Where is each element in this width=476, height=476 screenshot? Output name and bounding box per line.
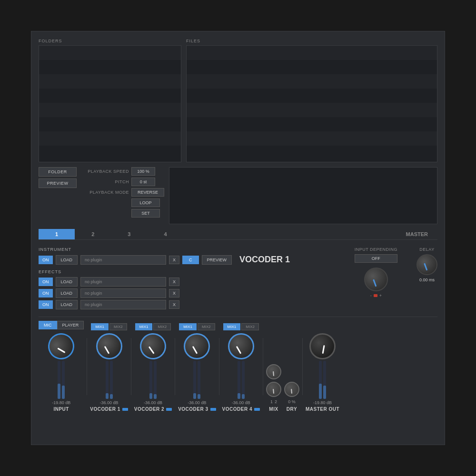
file-row[interactable] <box>187 46 437 60</box>
input-depending-section: INPUT DEPENDING OFF - + <box>355 247 397 298</box>
vocoder4-mix2-tab[interactable]: MIX2 <box>241 323 259 330</box>
fader-level <box>198 394 200 399</box>
vocoder2-mix1-tab[interactable]: MIX1 <box>135 323 153 330</box>
vocoder3-mix2-tab[interactable]: MIX2 <box>198 323 215 330</box>
instrument-load-button[interactable]: LOAD <box>56 255 78 265</box>
fader-bar <box>238 361 240 399</box>
file-row[interactable] <box>187 146 437 160</box>
fader-level <box>193 393 196 399</box>
folders-list[interactable] <box>39 45 181 162</box>
file-row[interactable] <box>187 89 437 103</box>
channel-divider <box>219 338 219 395</box>
folder-row[interactable] <box>39 60 181 74</box>
indicator-plus: + <box>379 293 382 298</box>
vocoder2-db: -36.00 dB <box>144 400 162 405</box>
file-row[interactable] <box>187 131 437 146</box>
effect2-on-button[interactable]: ON <box>39 289 53 298</box>
vocoder2-mix-tabs: MIX1 MIX2 <box>135 323 171 330</box>
effect1-load-button[interactable]: LOAD <box>56 277 78 287</box>
preview-button[interactable]: PREVIEW <box>39 178 77 188</box>
effect2-load-button[interactable]: LOAD <box>56 288 78 298</box>
mix-val-1: 1 <box>270 399 273 404</box>
vocoder2-mix2-tab[interactable]: MIX2 <box>153 323 171 330</box>
pitch-label: PITCH <box>84 179 129 184</box>
vocoder2-indicator <box>166 408 172 411</box>
folder-preview-buttons: FOLDER PREVIEW <box>39 167 77 188</box>
effect3-load-button[interactable]: LOAD <box>56 300 78 309</box>
vocoder1-knob[interactable] <box>96 333 122 359</box>
mix1-knob[interactable] <box>266 364 281 379</box>
instrument-on-button[interactable]: ON <box>39 256 53 264</box>
tab-4[interactable]: 4 <box>147 229 183 239</box>
vocoder3-knob[interactable] <box>184 333 210 359</box>
mic-button[interactable]: MIC <box>39 321 57 329</box>
folder-row[interactable] <box>39 74 181 89</box>
input-knob[interactable] <box>43 328 79 364</box>
loop-button[interactable]: LOOP <box>131 198 160 207</box>
file-row[interactable] <box>187 60 437 74</box>
vocoder3-channel: MIX1 MIX2 -36.00 dB VOCODER 3 <box>178 323 216 412</box>
mixer-section: MIC PLAYER -19.80 dB INPUT MIX1 MIX2 <box>39 317 437 412</box>
player-button[interactable]: PLAYER <box>57 321 84 329</box>
effect2-x-button[interactable]: X <box>169 289 179 298</box>
vocoder3-faders <box>193 361 200 399</box>
folder-button[interactable]: FOLDER <box>39 167 77 177</box>
tab-2[interactable]: 2 <box>75 229 111 239</box>
fader-bar <box>242 361 245 399</box>
vocoder1-indicator <box>122 408 128 411</box>
dry-knob[interactable] <box>284 382 299 397</box>
input-depending-off-button[interactable]: OFF <box>355 254 397 263</box>
input-db: -19.80 dB <box>52 400 70 405</box>
effect1-x-button[interactable]: X <box>169 278 179 286</box>
effect3-plugin-field: no plugin <box>80 300 166 309</box>
vocoder2-channel: MIX1 MIX2 -36.00 dB VOCODER 2 <box>134 323 172 412</box>
instrument-section: INSTRUMENT ON LOAD no plugin X C PREVIEW… <box>39 245 350 267</box>
effect3-x-button[interactable]: X <box>169 300 179 309</box>
instrument-x-button[interactable]: X <box>169 256 179 264</box>
vocoder4-mix1-tab[interactable]: MIX1 <box>223 323 241 330</box>
file-row[interactable] <box>187 74 437 89</box>
file-row[interactable] <box>187 103 437 117</box>
reverse-button[interactable]: REVERSE <box>131 188 164 197</box>
tab-master[interactable]: MASTER <box>397 229 437 239</box>
input-depending-knob[interactable] <box>364 268 388 291</box>
folder-row[interactable] <box>39 146 181 160</box>
delay-knob[interactable] <box>416 254 437 275</box>
controls-row: FOLDER PREVIEW PLAYBACK SPEED 100 % PITC… <box>39 167 164 218</box>
delay-value: 0.00 ms <box>419 278 435 282</box>
effect1-on-button[interactable]: ON <box>39 278 53 286</box>
vocoder3-name-row: VOCODER 3 <box>178 407 216 412</box>
master-out-knob[interactable] <box>309 333 336 359</box>
folder-row[interactable] <box>39 46 181 60</box>
vocoder3-mix1-tab[interactable]: MIX1 <box>179 323 197 330</box>
instrument-c-button[interactable]: C <box>182 256 199 264</box>
vocoder1-mix1-tab[interactable]: MIX1 <box>91 323 109 330</box>
set-button[interactable]: SET <box>131 209 160 218</box>
tab-1[interactable]: 1 <box>39 229 75 239</box>
vocoder4-channel: MIX1 MIX2 -36.00 dB VOCODER 4 <box>222 323 260 412</box>
mix-label: MIX <box>269 407 278 412</box>
tab-3[interactable]: 3 <box>111 229 147 239</box>
vocoder1-mix2-tab[interactable]: MIX2 <box>109 323 127 330</box>
indicator-minus: - <box>370 293 372 298</box>
fader-level <box>58 384 60 399</box>
files-list[interactable] <box>186 45 437 162</box>
file-row[interactable] <box>187 117 437 131</box>
delay-section: DELAY 0.00 ms <box>416 247 437 298</box>
mix2-knob[interactable] <box>266 382 281 397</box>
effect3-on-button[interactable]: ON <box>39 300 53 309</box>
vocoder4-knob[interactable] <box>228 333 254 359</box>
fader-level <box>110 394 113 399</box>
mic-player-toggle: MIC PLAYER <box>39 321 84 329</box>
mix-labels: 1 2 <box>270 399 277 404</box>
effects-section: EFFECTS ON LOAD no plugin X ON LOAD no p… <box>39 267 350 312</box>
folder-row[interactable] <box>39 117 181 131</box>
folder-row[interactable] <box>39 131 181 146</box>
channel-divider <box>87 338 87 395</box>
folder-row[interactable] <box>39 103 181 117</box>
instrument-preview-button[interactable]: PREVIEW <box>202 255 232 265</box>
dry-label: DRY <box>287 407 297 412</box>
folders-label: FOLDERS <box>39 39 181 43</box>
folder-row[interactable] <box>39 89 181 103</box>
vocoder2-knob[interactable] <box>139 332 168 361</box>
